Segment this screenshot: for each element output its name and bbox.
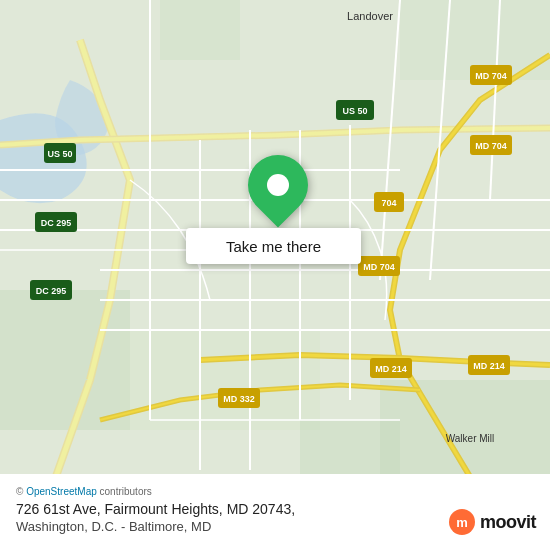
- take-me-there-button[interactable]: Take me there: [186, 228, 361, 264]
- svg-text:Landover: Landover: [347, 10, 393, 22]
- svg-text:MD 704: MD 704: [475, 71, 507, 81]
- pin-center: [267, 174, 289, 196]
- copyright-symbol: ©: [16, 486, 23, 497]
- map-container: US 50 US 50 DC 295 DC 295 MD 704 MD 704 …: [0, 0, 550, 550]
- svg-text:US 50: US 50: [47, 149, 72, 159]
- svg-rect-5: [160, 0, 240, 60]
- svg-text:US 50: US 50: [342, 106, 367, 116]
- osm-contributor-text: contributors: [100, 486, 152, 497]
- moovit-icon: m: [448, 508, 476, 536]
- svg-text:MD 332: MD 332: [223, 394, 255, 404]
- svg-text:DC 295: DC 295: [41, 218, 72, 228]
- svg-text:MD 214: MD 214: [375, 364, 407, 374]
- osm-credit: © OpenStreetMap contributors: [16, 486, 534, 497]
- svg-text:m: m: [456, 515, 468, 530]
- moovit-logo: m moovit: [448, 508, 536, 536]
- osm-link[interactable]: OpenStreetMap: [26, 486, 97, 497]
- svg-text:MD 704: MD 704: [475, 141, 507, 151]
- map-pin: [248, 155, 308, 215]
- svg-text:DC 295: DC 295: [36, 286, 67, 296]
- svg-text:Walker Mill: Walker Mill: [446, 433, 495, 444]
- svg-text:MD 704: MD 704: [363, 262, 395, 272]
- svg-text:MD 214: MD 214: [473, 361, 505, 371]
- moovit-text: moovit: [480, 512, 536, 533]
- map-svg: US 50 US 50 DC 295 DC 295 MD 704 MD 704 …: [0, 0, 550, 550]
- svg-text:704: 704: [381, 198, 396, 208]
- pin-shape: [236, 143, 321, 228]
